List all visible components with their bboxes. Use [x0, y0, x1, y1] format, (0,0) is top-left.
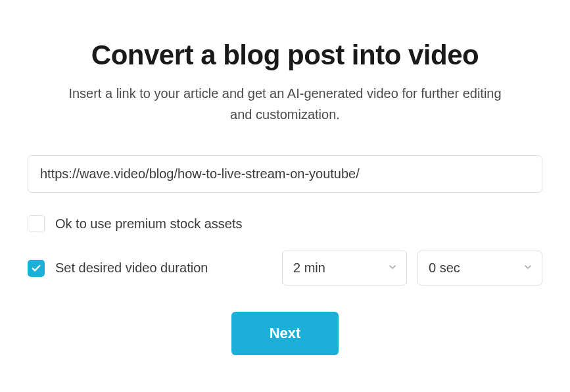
seconds-select[interactable]: 0 sec [417, 251, 542, 285]
minutes-select[interactable]: 2 min [282, 251, 407, 285]
minutes-selected-value: 2 min [293, 260, 325, 276]
duration-checkbox[interactable] [28, 260, 45, 277]
seconds-selected-value: 0 sec [429, 260, 460, 276]
premium-assets-row: Ok to use premium stock assets [28, 215, 542, 232]
article-url-input[interactable] [28, 155, 542, 193]
premium-assets-checkbox[interactable] [28, 215, 45, 232]
next-button[interactable]: Next [231, 312, 339, 355]
page-title: Convert a blog post into video [28, 39, 542, 71]
duration-row: Set desired video duration 2 min 0 sec [28, 251, 542, 285]
page-subtitle: Insert a link to your article and get an… [68, 83, 502, 125]
check-icon [31, 263, 41, 274]
duration-label: Set desired video duration [55, 260, 208, 276]
premium-assets-label: Ok to use premium stock assets [55, 216, 243, 232]
